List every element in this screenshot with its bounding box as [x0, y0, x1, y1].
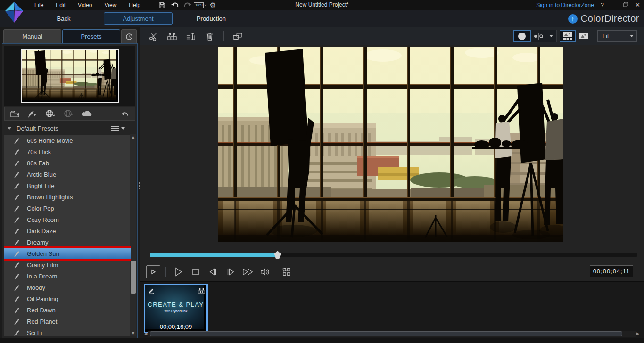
help-icon[interactable]: ?: [601, 0, 604, 10]
preset-quill-icon: [14, 250, 21, 257]
stop-icon[interactable]: [189, 265, 203, 279]
back-button[interactable]: Back: [33, 10, 94, 27]
window-bottom-border: [0, 338, 644, 343]
main-area: Fit: [140, 27, 644, 338]
preset-item[interactable]: Grainy Film: [4, 259, 131, 270]
scroll-right-icon[interactable]: ▶: [636, 331, 640, 337]
video-frame[interactable]: [218, 47, 563, 242]
scrollbar-thumb[interactable]: [150, 331, 622, 336]
preset-item[interactable]: Color Pop: [4, 203, 131, 214]
preset-item[interactable]: In a Dream: [4, 270, 131, 282]
preset-quill-icon: [14, 239, 21, 246]
menu-item[interactable]: Video: [72, 0, 98, 10]
adjustment-panel: Manual Presets: [2, 27, 138, 338]
save-icon[interactable]: [156, 0, 168, 10]
preset-label: Red Dawn: [27, 307, 56, 314]
production-tab[interactable]: Production: [181, 10, 242, 27]
divider: [165, 267, 166, 277]
preset-label: Oil Painting: [27, 295, 58, 302]
scroll-down-icon[interactable]: ▼: [130, 330, 136, 336]
thumbnail-view-icon[interactable]: [560, 30, 576, 42]
single-view-icon[interactable]: [576, 30, 591, 42]
tab-presets[interactable]: Presets: [62, 29, 120, 43]
preset-item[interactable]: 60s Home Movie: [4, 135, 131, 146]
aspect-ratio-icon[interactable]: 16:9˅: [194, 0, 206, 10]
menu-item[interactable]: Help: [123, 0, 147, 10]
split-scissors-icon[interactable]: [146, 30, 160, 43]
preset-label: 80s Fab: [27, 160, 49, 167]
preset-preview-thumbnail: [4, 46, 135, 106]
preset-item[interactable]: 80s Fab: [4, 157, 131, 169]
zoom-select[interactable]: Fit: [597, 30, 637, 42]
preset-label: Grainy Film: [27, 261, 58, 269]
preset-quill-icon: [14, 205, 21, 212]
settings-gear-icon[interactable]: ⚙: [206, 0, 219, 10]
preset-item[interactable]: Oil Painting: [4, 293, 131, 304]
download-directorzone-icon[interactable]: [44, 107, 56, 121]
preset-item[interactable]: Dark Daze: [4, 225, 131, 237]
new-folder-icon[interactable]: [9, 107, 20, 121]
preset-item[interactable]: Golden Sun: [4, 248, 131, 259]
directorzone-arrow-icon: ↑: [568, 14, 578, 24]
grid-view-icon[interactable]: [280, 265, 294, 279]
mark-clips-icon: [198, 287, 205, 294]
menu-item[interactable]: File: [28, 0, 50, 10]
preset-item[interactable]: Cozy Room: [4, 214, 131, 225]
preset-group-label: Default Presets: [17, 125, 110, 132]
preset-item[interactable]: Arctic Blue: [4, 169, 131, 180]
menu-hamburger-icon[interactable]: [110, 125, 125, 131]
upload-directorzone-icon[interactable]: [63, 107, 74, 121]
scrollbar-track[interactable]: [148, 331, 636, 337]
preset-quill-icon: [14, 273, 21, 280]
minimize-icon[interactable]: ＿: [611, 0, 617, 10]
preset-quill-icon: [14, 295, 21, 302]
seek-track[interactable]: [150, 253, 637, 257]
play-icon[interactable]: [171, 265, 185, 279]
fast-forward-icon[interactable]: [241, 265, 255, 279]
previous-frame-icon[interactable]: [206, 265, 220, 279]
restore-icon[interactable]: [623, 0, 628, 10]
menu-item[interactable]: Edit: [50, 0, 72, 10]
signin-directorzone-link[interactable]: Sign in to DirectorZone: [536, 2, 594, 8]
app-brand-name: ColorDirector: [581, 13, 639, 24]
undo-icon[interactable]: [168, 0, 181, 10]
scrollbar-thumb[interactable]: [131, 261, 136, 294]
compare-dropdown-icon[interactable]: [546, 30, 556, 42]
split-view-icon[interactable]: [531, 30, 546, 42]
preset-item[interactable]: Brown Highlights: [4, 191, 131, 203]
tab-history[interactable]: [121, 29, 137, 43]
play-range-icon[interactable]: [146, 265, 160, 278]
next-frame-icon[interactable]: [223, 265, 238, 279]
preset-label: Arctic Blue: [27, 171, 56, 178]
timeline-scrollbar[interactable]: ◀ ▶: [143, 331, 640, 337]
preset-item[interactable]: Dreamy: [4, 237, 131, 248]
preset-item[interactable]: Red Dawn: [4, 304, 131, 316]
tab-manual[interactable]: Manual: [3, 29, 61, 43]
mark-clips-icon[interactable]: [165, 30, 179, 43]
new-preset-quill-icon[interactable]: [27, 107, 37, 121]
trim-icon[interactable]: [184, 30, 198, 43]
redo-icon[interactable]: [181, 0, 194, 10]
close-icon[interactable]: ✕: [635, 0, 640, 10]
adjustment-tab[interactable]: Adjustment: [104, 12, 173, 25]
scroll-up-icon[interactable]: ▲: [130, 134, 136, 140]
cloud-icon[interactable]: [81, 107, 93, 121]
preset-item[interactable]: Moody: [4, 282, 131, 293]
preset-group-header[interactable]: Default Presets: [2, 122, 130, 134]
preset-item[interactable]: Bright Life: [4, 180, 131, 191]
volume-icon[interactable]: [258, 265, 272, 279]
preset-item[interactable]: 70s Flick: [4, 146, 131, 157]
preset-item[interactable]: Sci Fi: [4, 327, 131, 336]
delete-trash-icon[interactable]: [203, 30, 217, 43]
reset-icon[interactable]: [120, 107, 130, 121]
show-original-icon[interactable]: [513, 30, 531, 42]
edit-pencil-icon[interactable]: [148, 287, 155, 295]
menu-item[interactable]: View: [99, 0, 123, 10]
timeline-clip[interactable]: CREATE & PLAY with CyberLink 00;00;16;09: [144, 284, 208, 333]
scroll-left-icon[interactable]: ◀: [143, 331, 148, 337]
presets-scrollbar[interactable]: ▲ ▼: [130, 134, 136, 336]
divider: [151, 2, 151, 8]
preset-item[interactable]: Red Planet: [4, 316, 131, 327]
playhead-thumb[interactable]: [274, 251, 281, 259]
compare-icon[interactable]: [231, 30, 245, 43]
